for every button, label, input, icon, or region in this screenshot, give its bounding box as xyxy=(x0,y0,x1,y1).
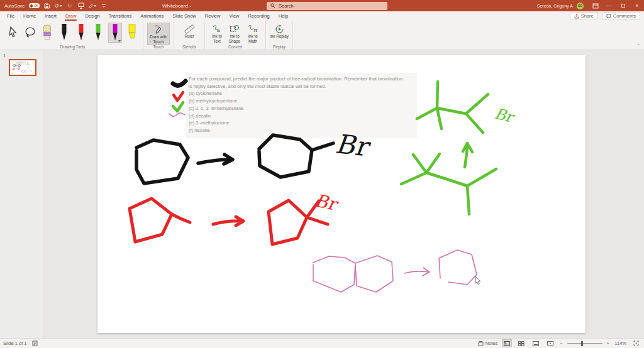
tab-review[interactable]: Review xyxy=(201,11,225,21)
minimize-button[interactable]: — xyxy=(602,0,616,11)
tab-recording[interactable]: Recording xyxy=(244,11,274,21)
slide-canvas-area: For each compound, predict the major pro… xyxy=(43,50,644,338)
tab-design[interactable]: Design xyxy=(80,11,104,21)
black-br-label: Br xyxy=(334,128,373,163)
tab-help[interactable]: Help xyxy=(274,11,292,21)
group-convert: a Ink to Text Ink to Shape π Ink to Math… xyxy=(205,21,266,50)
group-label-stencils: Stencils xyxy=(174,45,204,49)
group-label-drawing-tools: Drawing Tools xyxy=(3,45,143,49)
group-label-convert: Convert xyxy=(205,45,265,49)
redo-icon: ↻ xyxy=(66,2,74,9)
tab-home[interactable]: Home xyxy=(19,11,40,21)
title-bar: AutoSave Off ↺ ↻ Whiteboard - Search Ser… xyxy=(0,0,644,11)
share-icon xyxy=(574,14,579,19)
notes-button[interactable]: Notes xyxy=(478,340,498,346)
green-arrow xyxy=(463,143,472,167)
green-product-skeleton xyxy=(417,82,488,133)
customize-qat-icon[interactable] xyxy=(100,2,108,9)
lasso-select-tool[interactable] xyxy=(23,23,37,43)
red-methyl-bond xyxy=(172,214,190,222)
close-button[interactable]: × xyxy=(630,0,644,11)
pen-green[interactable] xyxy=(91,23,105,43)
ink-to-math-icon: π xyxy=(247,24,258,34)
slide-sorter-view-button[interactable] xyxy=(516,339,526,347)
quick-access-toolbar: AutoSave Off ↺ ↻ xyxy=(0,2,108,9)
pink-decalin-right-ring xyxy=(355,256,393,292)
fit-slide-to-window-icon[interactable] xyxy=(631,339,641,347)
ribbon-display-options-icon[interactable] xyxy=(589,0,602,11)
save-icon[interactable] xyxy=(43,2,51,9)
zoom-slider-thumb[interactable] xyxy=(581,341,583,346)
tab-insert[interactable]: Insert xyxy=(40,11,61,21)
pen-red[interactable] xyxy=(74,23,88,43)
avatar[interactable]: SG xyxy=(577,3,584,9)
group-stencils: Ruler Stencils xyxy=(174,21,205,50)
pink-partial-ring xyxy=(439,250,477,285)
tab-draw[interactable]: Draw xyxy=(61,11,81,21)
red-product-ring xyxy=(269,200,307,244)
pen-tool-icon[interactable] xyxy=(89,2,96,9)
svg-text:π: π xyxy=(253,27,257,33)
pen-black[interactable] xyxy=(57,23,71,43)
slide[interactable]: For each compound, predict the major pro… xyxy=(97,55,586,333)
undo-icon[interactable]: ↺ xyxy=(55,2,62,9)
account-name[interactable]: Sereda, Grigony A xyxy=(537,4,573,8)
ink-to-math-button[interactable]: π Ink to Math xyxy=(244,23,262,44)
tab-file[interactable]: File xyxy=(3,11,19,21)
tab-transitions[interactable]: Transitions xyxy=(104,11,136,21)
thumbnail-preview xyxy=(10,60,35,75)
zoom-in-button[interactable]: + xyxy=(607,340,609,346)
slide-thumbnail[interactable] xyxy=(9,59,36,76)
ribbon-tabs: File Home Insert Draw Design Transitions… xyxy=(0,11,644,21)
tab-view[interactable]: View xyxy=(225,11,243,21)
slide-show-button[interactable] xyxy=(545,339,555,347)
pink-decalin-left-ring xyxy=(313,256,355,292)
group-label-replay: Replay xyxy=(266,45,292,49)
comments-button[interactable]: Comments xyxy=(602,12,640,20)
search-icon xyxy=(270,3,275,8)
highlighter-yellow[interactable] xyxy=(125,23,139,43)
pink-arrow xyxy=(404,268,430,276)
restore-button[interactable] xyxy=(616,0,630,11)
search-input[interactable]: Search xyxy=(267,2,387,10)
red-arrow xyxy=(213,217,243,226)
slide-thumbnail-panel: 1 xyxy=(0,50,43,338)
zoom-out-button[interactable]: − xyxy=(560,340,562,346)
ruler-button[interactable]: Ruler xyxy=(178,23,201,39)
zoom-slider[interactable] xyxy=(567,343,602,344)
workspace: 1 For each compound, predict the major p… xyxy=(0,50,644,338)
slide-indicator: Slide 1 of 1 xyxy=(3,340,27,346)
red-ink-strokes xyxy=(130,92,328,244)
tab-animations[interactable]: Animations xyxy=(136,11,168,21)
ink-to-text-button[interactable]: a Ink to Text xyxy=(209,23,225,44)
group-label-touch: Touch xyxy=(143,45,174,49)
comments-icon xyxy=(606,14,611,19)
group-drawing-tools: Drawing Tools xyxy=(3,21,143,50)
collapse-ribbon-icon[interactable]: ⌃ xyxy=(636,43,640,48)
normal-view-button[interactable] xyxy=(502,339,512,347)
draw-with-touch-button[interactable]: Draw with Touch xyxy=(147,23,170,45)
ruler-icon xyxy=(184,24,195,34)
green-reactant-skeleton xyxy=(401,154,496,214)
black-checkmark xyxy=(173,81,186,85)
autosave-state: Off xyxy=(34,4,38,8)
ink-replay-button[interactable]: Ink Replay xyxy=(270,23,289,39)
reading-view-button[interactable] xyxy=(531,339,541,347)
green-br-label: Br xyxy=(493,105,517,127)
tab-slide-show[interactable]: Slide Show xyxy=(168,11,201,21)
eraser-tool[interactable] xyxy=(40,23,54,43)
svg-text:a: a xyxy=(217,28,220,33)
black-br-bond xyxy=(312,143,333,150)
select-tool[interactable] xyxy=(6,23,20,43)
black-ink-strokes xyxy=(136,81,333,183)
pink-checkmark xyxy=(169,113,185,117)
pen-magenta-selected[interactable] xyxy=(108,23,122,43)
autosave-toggle[interactable]: Off xyxy=(29,3,40,8)
slide-thumbnail-number: 1 xyxy=(3,53,43,58)
red-cyclopentane xyxy=(130,198,172,242)
start-presentation-icon[interactable] xyxy=(77,2,85,9)
ink-drawing-layer: Br Br xyxy=(97,55,586,333)
ink-to-shape-button[interactable]: Ink to Shape xyxy=(226,23,243,44)
accessibility-icon[interactable] xyxy=(31,339,39,347)
share-button[interactable]: Share xyxy=(570,12,598,20)
